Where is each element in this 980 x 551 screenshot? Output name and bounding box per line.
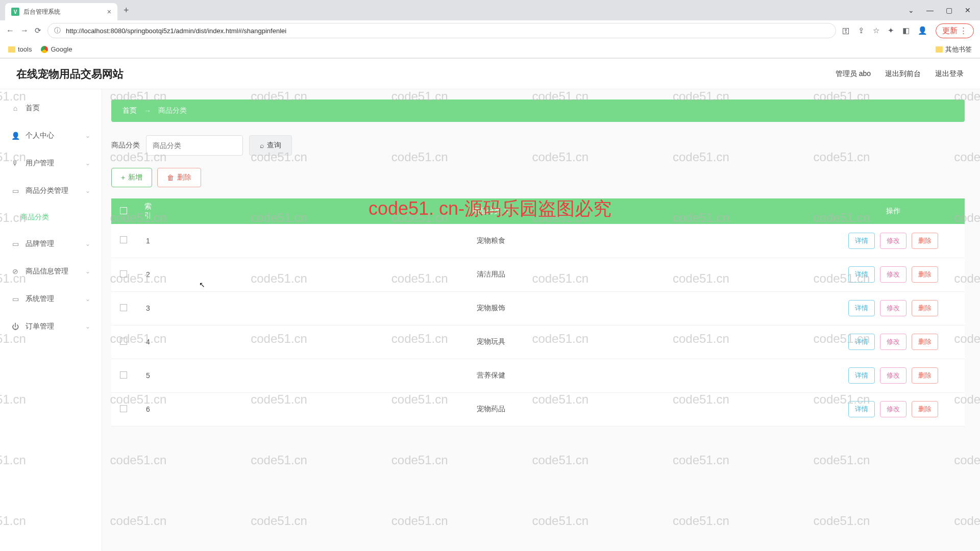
cell-index: 1 [136, 224, 160, 258]
col-category[interactable]: 商品分类 ⇅ [160, 198, 822, 224]
update-button[interactable]: 更新 ⋮ [936, 23, 974, 38]
sidepanel-icon[interactable]: ◧ [902, 26, 910, 35]
maximize-icon[interactable]: ▢ [946, 6, 952, 14]
folder-icon [8, 46, 15, 53]
detail-button[interactable]: 详情 [848, 401, 875, 417]
row-delete-button[interactable]: 删除 [912, 233, 938, 249]
edit-button[interactable]: 修改 [880, 233, 906, 249]
search-row: 商品分类 ⌕ 查询 [111, 135, 965, 156]
new-tab-button[interactable]: + [117, 5, 135, 16]
cell-index: 2 [136, 258, 160, 291]
detail-button[interactable]: 详情 [848, 300, 875, 316]
row-checkbox[interactable] [120, 270, 127, 278]
cell-category: 营养保健 [160, 359, 822, 392]
breadcrumb: 首页 → 商品分类 [111, 99, 965, 122]
delete-button[interactable]: 🗑 删除 [157, 168, 201, 187]
row-checkbox[interactable] [120, 236, 127, 243]
search-button[interactable]: ⌕ 查询 [249, 135, 292, 156]
back-icon[interactable]: ← [6, 26, 14, 35]
chrome-icon [41, 46, 48, 53]
menu-icon: ▭ [11, 295, 19, 303]
edit-button[interactable]: 修改 [880, 367, 906, 384]
table-row: 3 宠物服饰 详情 修改 删除 [111, 291, 965, 325]
star-icon[interactable]: ☆ [873, 26, 879, 35]
cell-category: 宠物服饰 [160, 291, 822, 325]
sidebar-item-6[interactable]: ▭系统管理⌄ [0, 285, 102, 313]
nav-bar: ← → ⟳ ⓘ http://localhost:8080/springboot… [0, 20, 980, 41]
row-checkbox[interactable] [120, 338, 127, 345]
sidebar-item-2[interactable]: 🎙用户管理⌄ [0, 149, 102, 177]
cell-category: 清洁用品 [160, 258, 822, 291]
menu-label: 品牌管理 [26, 239, 54, 248]
menu-label: 商品信息管理 [26, 267, 68, 276]
row-checkbox[interactable] [120, 304, 127, 311]
edit-button[interactable]: 修改 [880, 266, 906, 283]
search-input[interactable] [146, 135, 243, 156]
menu-icon: 👤 [11, 132, 19, 140]
row-checkbox[interactable] [120, 405, 127, 412]
row-delete-button[interactable]: 删除 [912, 401, 938, 417]
cell-index: 4 [136, 325, 160, 359]
action-row: + 新增 🗑 删除 [111, 168, 965, 187]
search-icon: ⌕ [260, 141, 264, 149]
plus-icon: + [121, 173, 125, 182]
chevron-down-icon: ⌄ [85, 132, 90, 139]
row-delete-button[interactable]: 删除 [912, 334, 938, 350]
sidebar-item-4[interactable]: ▭品牌管理⌄ [0, 230, 102, 258]
admin-label[interactable]: 管理员 abo [836, 69, 871, 79]
key-icon[interactable]: ⚿ [842, 27, 850, 35]
cell-category: 宠物药品 [160, 392, 822, 426]
close-tab-icon[interactable]: × [107, 8, 111, 16]
breadcrumb-home[interactable]: 首页 [122, 106, 137, 115]
detail-button[interactable]: 详情 [848, 367, 875, 384]
close-window-icon[interactable]: ✕ [965, 6, 971, 14]
folder-icon [936, 46, 943, 53]
logout-front-link[interactable]: 退出到前台 [885, 69, 921, 79]
forward-icon[interactable]: → [20, 26, 29, 35]
bookmark-other[interactable]: 其他书签 [936, 45, 972, 54]
edit-button[interactable]: 修改 [880, 401, 906, 417]
sidebar-item-5[interactable]: ⊘商品信息管理⌄ [0, 258, 102, 285]
menu-icon: ⏻ [11, 322, 19, 331]
table-row: 5 营养保健 详情 修改 删除 [111, 359, 965, 392]
sidebar-item-0[interactable]: ⌂首页 [0, 94, 102, 122]
bookmark-tools[interactable]: tools [8, 45, 32, 53]
tab-bar: V 后台管理系统 × + ⌄ — ▢ ✕ [0, 0, 980, 20]
reload-icon[interactable]: ⟳ [35, 26, 41, 35]
sidebar-item-3[interactable]: ▭商品分类管理⌄ [0, 177, 102, 205]
browser-tab[interactable]: V 后台管理系统 × [5, 3, 117, 20]
menu-icon: ▭ [11, 240, 19, 248]
row-checkbox[interactable] [120, 371, 127, 379]
menu-label: 订单管理 [26, 322, 54, 331]
edit-button[interactable]: 修改 [880, 334, 906, 350]
menu-icon: 🎙 [11, 159, 19, 167]
minimize-icon[interactable]: — [926, 6, 934, 14]
header-right: 管理员 abo 退出到前台 退出登录 [836, 69, 964, 79]
row-delete-button[interactable]: 删除 [912, 266, 938, 283]
url-bar[interactable]: ⓘ http://localhost:8080/springbootqi5z1/… [47, 23, 836, 38]
info-icon: ⓘ [54, 26, 61, 35]
sidebar-item-1[interactable]: 👤个人中心⌄ [0, 122, 102, 149]
trash-icon: 🗑 [167, 173, 174, 182]
detail-button[interactable]: 详情 [848, 233, 875, 249]
add-button[interactable]: + 新增 [111, 168, 152, 187]
cell-index: 3 [136, 291, 160, 325]
profile-icon[interactable]: 👤 [918, 26, 927, 35]
share-icon[interactable]: ⇪ [858, 26, 865, 35]
detail-button[interactable]: 详情 [848, 266, 875, 283]
extension-icon[interactable]: ✦ [888, 26, 894, 35]
edit-button[interactable]: 修改 [880, 300, 906, 316]
chevron-down-icon[interactable]: ⌄ [908, 6, 914, 14]
row-delete-button[interactable]: 删除 [912, 367, 938, 384]
bookmark-google[interactable]: Google [41, 45, 72, 53]
logout-link[interactable]: 退出登录 [935, 69, 964, 79]
sidebar-item-7[interactable]: ⏻订单管理⌄ [0, 313, 102, 340]
browser-chrome: V 后台管理系统 × + ⌄ — ▢ ✕ ← → ⟳ ⓘ http://loca… [0, 0, 980, 59]
select-all-checkbox[interactable] [120, 207, 127, 214]
url-text: http://localhost:8080/springbootqi5z1/ad… [66, 27, 286, 35]
menu-label: 用户管理 [26, 159, 54, 168]
submenu-item[interactable]: 商品分类 [0, 205, 102, 230]
detail-button[interactable]: 详情 [848, 334, 875, 350]
row-delete-button[interactable]: 删除 [912, 300, 938, 316]
sort-icon: ⇅ [503, 207, 509, 215]
